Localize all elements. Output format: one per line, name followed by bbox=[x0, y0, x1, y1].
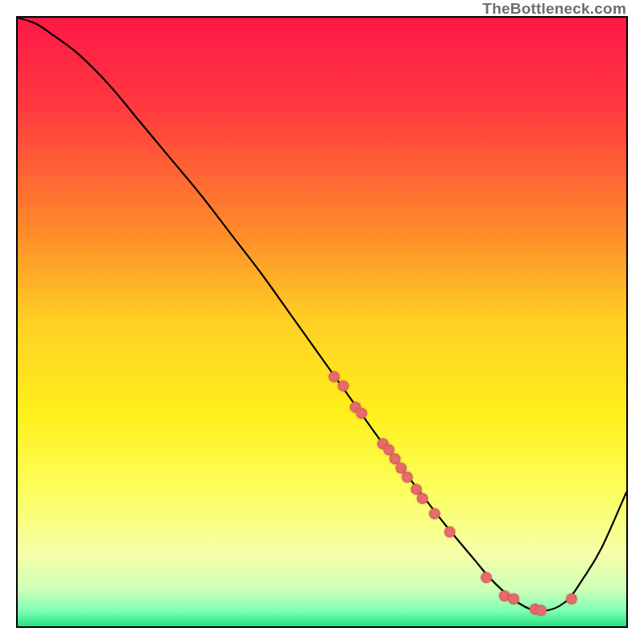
data-point bbox=[356, 407, 367, 419]
data-point bbox=[566, 593, 577, 605]
chart-frame bbox=[16, 16, 628, 628]
bottleneck-curve bbox=[18, 18, 626, 611]
data-point bbox=[417, 493, 428, 504]
watermark-text: TheBottleneck.com bbox=[482, 0, 626, 18]
data-point bbox=[402, 472, 413, 483]
data-point bbox=[535, 605, 547, 616]
data-point bbox=[508, 593, 519, 605]
data-point bbox=[429, 508, 440, 519]
data-point bbox=[444, 526, 456, 538]
data-point bbox=[481, 572, 492, 584]
chart-plot bbox=[18, 18, 626, 626]
scatter-layer bbox=[328, 371, 577, 616]
data-point bbox=[328, 371, 340, 382]
data-point bbox=[337, 380, 349, 391]
